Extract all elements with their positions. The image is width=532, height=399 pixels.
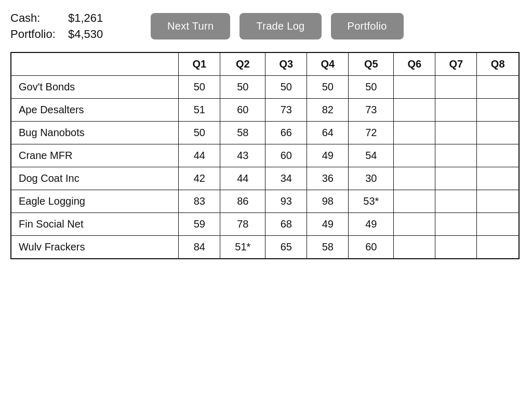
table-cell: 49 [349, 212, 394, 235]
table-header-row: Q1 Q2 Q3 Q4 Q5 Q6 Q7 Q8 [11, 52, 519, 76]
table-cell [477, 212, 519, 235]
table-cell: 86 [220, 190, 265, 212]
top-bar: Cash: $1,261 Portfolio: $4,530 Next Turn… [10, 10, 522, 43]
table-cell [394, 144, 435, 167]
row-label: Wulv Frackers [11, 235, 179, 259]
table-cell: 50 [179, 75, 220, 98]
row-label: Fin Social Net [11, 212, 179, 235]
table-cell: 60 [349, 235, 394, 259]
table-cell: 50 [179, 121, 220, 144]
table-cell [477, 190, 519, 212]
row-label: Dog Coat Inc [11, 167, 179, 190]
col-header-q1: Q1 [179, 52, 220, 76]
table-cell [394, 235, 435, 259]
table-cell [394, 121, 435, 144]
portfolio-line: Portfolio: $4,530 [10, 26, 125, 43]
col-header-q5: Q5 [349, 52, 394, 76]
table-cell [394, 98, 435, 121]
table-cell: 58 [307, 235, 349, 259]
table-cell [435, 190, 477, 212]
table-cell: 50 [220, 75, 265, 98]
table-cell: 49 [307, 144, 349, 167]
table-cell: 50 [307, 75, 349, 98]
portfolio-value: $4,530 [68, 26, 103, 43]
table-row: Bug Nanobots5058666472 [11, 121, 519, 144]
row-label: Crane MFR [11, 144, 179, 167]
row-label: Eagle Logging [11, 190, 179, 212]
table-cell: 72 [349, 121, 394, 144]
table-cell: 68 [265, 212, 307, 235]
table-cell: 64 [307, 121, 349, 144]
table-cell [435, 235, 477, 259]
next-turn-button[interactable]: Next Turn [151, 13, 230, 39]
table-cell [394, 212, 435, 235]
portfolio-label: Portfolio: [10, 26, 60, 43]
table-cell [477, 144, 519, 167]
row-label: Ape Desalters [11, 98, 179, 121]
col-header-q3: Q3 [265, 52, 307, 76]
table-cell: 42 [179, 167, 220, 190]
table-cell [394, 75, 435, 98]
table-cell: 78 [220, 212, 265, 235]
stock-table: Q1 Q2 Q3 Q4 Q5 Q6 Q7 Q8 Gov't Bonds50505… [10, 52, 520, 259]
col-header-name [11, 52, 179, 76]
table-cell [394, 167, 435, 190]
table-cell: 50 [349, 75, 394, 98]
table-cell: 51 [179, 98, 220, 121]
button-group: Next Turn Trade Log Portfolio [151, 13, 404, 39]
trade-log-button[interactable]: Trade Log [240, 13, 321, 39]
table-cell: 30 [349, 167, 394, 190]
table-cell [435, 121, 477, 144]
table-cell: 58 [220, 121, 265, 144]
table-cell: 53* [349, 190, 394, 212]
row-label: Bug Nanobots [11, 121, 179, 144]
table-row: Dog Coat Inc4244343630 [11, 167, 519, 190]
table-cell: 73 [349, 98, 394, 121]
table-cell: 50 [265, 75, 307, 98]
col-header-q4: Q4 [307, 52, 349, 76]
table-cell [435, 144, 477, 167]
table-cell: 98 [307, 190, 349, 212]
table-cell [477, 75, 519, 98]
cash-line: Cash: $1,261 [10, 10, 125, 26]
table-cell: 34 [265, 167, 307, 190]
table-cell: 84 [179, 235, 220, 259]
table-cell [477, 98, 519, 121]
table-cell: 59 [179, 212, 220, 235]
table-cell [435, 212, 477, 235]
table-cell: 66 [265, 121, 307, 144]
table-cell: 65 [265, 235, 307, 259]
table-cell: 83 [179, 190, 220, 212]
table-cell: 54 [349, 144, 394, 167]
col-header-q2: Q2 [220, 52, 265, 76]
table-row: Ape Desalters5160738273 [11, 98, 519, 121]
table-row: Wulv Frackers8451*655860 [11, 235, 519, 259]
table-row: Fin Social Net5978684949 [11, 212, 519, 235]
table-cell: 36 [307, 167, 349, 190]
table-row: Crane MFR4443604954 [11, 144, 519, 167]
table-cell: 73 [265, 98, 307, 121]
table-cell: 93 [265, 190, 307, 212]
cash-value: $1,261 [68, 10, 103, 26]
table-cell: 44 [220, 167, 265, 190]
table-cell: 49 [307, 212, 349, 235]
table-row: Gov't Bonds5050505050 [11, 75, 519, 98]
col-header-q8: Q8 [477, 52, 519, 76]
col-header-q7: Q7 [435, 52, 477, 76]
table-cell: 51* [220, 235, 265, 259]
table-cell [435, 167, 477, 190]
table-cell [435, 98, 477, 121]
table-cell: 43 [220, 144, 265, 167]
table-cell [477, 235, 519, 259]
portfolio-button[interactable]: Portfolio [331, 13, 404, 39]
table-cell [435, 75, 477, 98]
col-header-q6: Q6 [394, 52, 435, 76]
table-cell: 60 [265, 144, 307, 167]
table-cell [477, 167, 519, 190]
table-cell: 82 [307, 98, 349, 121]
table-cell: 44 [179, 144, 220, 167]
cash-portfolio-info: Cash: $1,261 Portfolio: $4,530 [10, 10, 125, 43]
row-label: Gov't Bonds [11, 75, 179, 98]
table-cell [477, 121, 519, 144]
table-cell [394, 190, 435, 212]
